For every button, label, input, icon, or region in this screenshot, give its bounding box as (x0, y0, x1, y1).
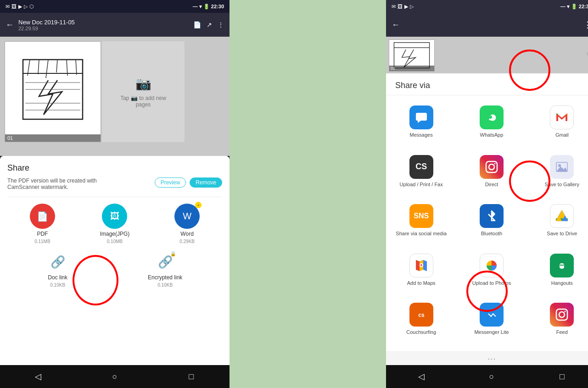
doc-link-option[interactable]: 🔗 Doc link 0.10KB (47, 251, 68, 288)
home-nav-right[interactable]: ○ (483, 368, 500, 385)
share-panel: Share The PDF version will be created wi… (0, 156, 230, 365)
signal-r: — (560, 4, 566, 9)
messenger-label: Messenger Lite (474, 329, 509, 335)
maps-label: Add to Maps (407, 280, 436, 286)
top-bar-right: ← ⋮ (386, 13, 588, 37)
svg-marker-37 (416, 260, 420, 271)
svg-point-42 (560, 264, 561, 266)
direct-icon (480, 155, 504, 179)
svg-rect-16 (416, 113, 427, 121)
partial-text-right: ew (587, 50, 588, 57)
doc-page-right: 01 (389, 39, 435, 72)
share-links-row: 🔗 Doc link 0.10KB 🔗🔒 Encrypted link 0.10… (7, 251, 222, 288)
top-bar-left: ← New Doc 2019-11-05 22.29.59 📄 ↗ ⋮ (0, 13, 230, 37)
recents-nav-left[interactable]: □ (183, 368, 200, 385)
svg-marker-38 (423, 260, 427, 271)
app-item-hangouts[interactable]: Hangouts (527, 248, 588, 298)
status-bar-left: ✉ 🖼 ▶ ▷ ⬡ — ▾ 🔋 22:30 (0, 0, 230, 13)
svg-point-24 (494, 163, 495, 164)
app-item-gallery[interactable]: Save to Gallery (527, 150, 588, 199)
messages-icon (409, 105, 433, 129)
feed-icon (550, 303, 574, 327)
app-item-whatsapp[interactable]: WhatsApp (456, 100, 526, 150)
play-icon: ▷ (24, 4, 28, 10)
remove-button[interactable]: Remove (190, 177, 222, 188)
share-top-icon[interactable]: ↗ (207, 21, 212, 28)
back-arrow-right[interactable]: ← (392, 20, 400, 30)
more-right-icon[interactable]: ⋮ (583, 20, 588, 30)
doc-title-line1: New Doc 2019-11-05 (18, 19, 189, 26)
whatsapp-label: WhatsApp (480, 132, 504, 138)
enc-link-icon: 🔗🔒 (155, 251, 176, 272)
enc-link-label: Encrypted link (148, 274, 182, 281)
svg-point-23 (489, 164, 494, 170)
back-nav-left[interactable]: ◁ (30, 368, 46, 385)
enc-link-option[interactable]: 🔗🔒 Encrypted link 0.10KB (148, 251, 182, 288)
app-item-drive[interactable]: Save to Drive (527, 199, 588, 248)
back-arrow-left[interactable]: ← (6, 20, 14, 30)
svg-point-44 (563, 264, 564, 266)
more-apps-hint: ⋯ (386, 351, 588, 365)
preview-button[interactable]: Preview (155, 177, 186, 188)
app-item-couchsurfing[interactable]: cs Couchsurfing (386, 297, 456, 347)
app-grid: Messages WhatsApp (386, 95, 588, 351)
app-item-photos[interactable]: Upload to Photos (456, 248, 526, 298)
drive-icon (550, 204, 574, 228)
svg-rect-48 (556, 309, 567, 320)
whatsapp-icon (480, 105, 504, 129)
share-option-pdf[interactable]: 📄 PDF 0.11MB (30, 204, 55, 244)
yt-icon: ▶ (18, 4, 22, 10)
app-item-feed[interactable]: Feed (527, 297, 588, 347)
more-top-icon[interactable]: ⋮ (218, 21, 224, 28)
hangouts-icon (550, 254, 574, 277)
status-icons-left: ✉ 🖼 ▶ ▷ ⬡ (6, 4, 34, 10)
app-item-gmail[interactable]: Gmail (527, 100, 588, 150)
app-item-sns[interactable]: SNS Share via social media (386, 199, 456, 248)
bluetooth-label: Bluetooth (481, 231, 502, 237)
add-pages-text: Tap 📷 to add newpages (120, 95, 166, 108)
svg-point-49 (559, 312, 565, 317)
app-item-messages[interactable]: Messages (386, 100, 456, 150)
app-item-cs[interactable]: CS Upload / Print / Fax (386, 150, 456, 199)
gmail-icon (550, 105, 574, 129)
back-nav-right[interactable]: ◁ (413, 368, 430, 385)
img-icon: 🖼 (11, 4, 17, 9)
home-nav-left[interactable]: ○ (106, 368, 123, 385)
direct-label: Direct (485, 182, 498, 188)
pdf-top-icon[interactable]: 📄 (193, 21, 201, 28)
right-phone: ✉ 🖼 ▶ ▷ — ▾ 🔋 22:31 ← ⋮ (386, 0, 588, 388)
recents-nav-right[interactable]: □ (554, 368, 570, 385)
play-icon-r: ▷ (410, 4, 414, 10)
gallery-label: Save to Gallery (545, 182, 579, 188)
photos-label: Upload to Photos (472, 280, 511, 286)
status-bar-right: ✉ 🖼 ▶ ▷ — ▾ 🔋 22:31 (386, 0, 588, 13)
app-item-messenger[interactable]: Messenger Lite (456, 297, 526, 347)
svg-text:cs: cs (418, 312, 425, 318)
photos-icon (480, 254, 504, 277)
yt-icon-r: ▶ (404, 4, 408, 10)
share-description: The PDF version will be created with Cam… (7, 177, 99, 190)
drive-label: Save to Drive (547, 231, 577, 237)
cs-label: Upload / Print / Fax (400, 182, 443, 188)
doc-link-icon: 🔗 (47, 251, 68, 272)
sns-label: Share via social media (396, 231, 447, 237)
svg-line-9 (76, 60, 77, 75)
svg-point-40 (420, 264, 422, 266)
word-share-icon: W + (174, 204, 200, 229)
share-option-word[interactable]: W + Word 0.29KB (174, 204, 200, 244)
app-item-maps[interactable]: Add to Maps (386, 248, 456, 298)
doc-title-line2: 22.29.59 (18, 26, 189, 31)
img-icon-r: 🖼 (398, 4, 403, 9)
share-options-row: 📄 PDF 0.11MB 🖼 Image(JPG) 0.10MB W (7, 204, 222, 244)
battery-icon: 🔋 (203, 4, 210, 10)
svg-point-50 (565, 311, 566, 312)
wifi-r: ▾ (567, 4, 570, 10)
wifi-icon: ▾ (199, 4, 202, 10)
app-item-direct[interactable]: Direct (456, 150, 526, 199)
share-option-jpg[interactable]: 🖼 Image(JPG) 0.10MB (100, 204, 130, 244)
gallery-icon (550, 155, 574, 179)
app-item-bluetooth[interactable]: Bluetooth (456, 199, 526, 248)
doc-sketch-svg (16, 55, 90, 128)
mail-icon: ✉ (6, 4, 10, 10)
doc-area-right: 01 ew (386, 37, 588, 73)
